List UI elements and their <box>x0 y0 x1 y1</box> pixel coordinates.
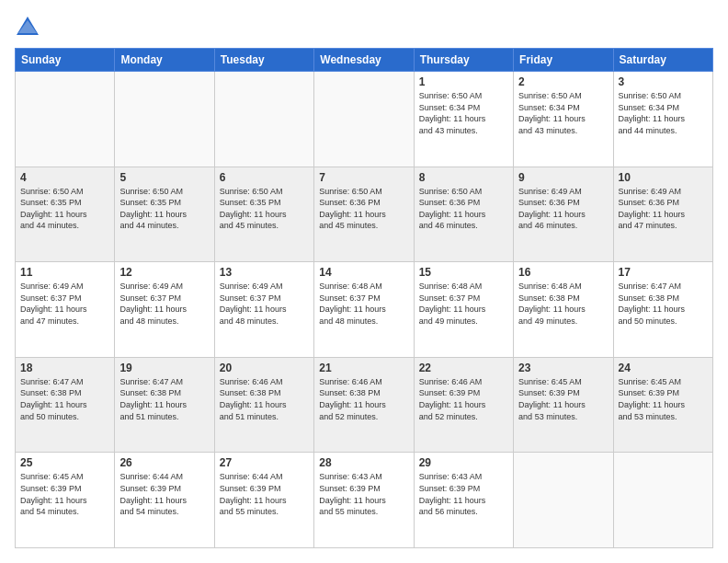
calendar-cell: 12Sunrise: 6:49 AM Sunset: 6:37 PM Dayli… <box>115 262 214 358</box>
day-number: 28 <box>319 456 408 469</box>
logo <box>15 15 44 40</box>
week-row-3: 18Sunrise: 6:47 AM Sunset: 6:38 PM Dayli… <box>16 357 713 453</box>
calendar-cell: 23Sunrise: 6:45 AM Sunset: 6:39 PM Dayli… <box>514 357 613 453</box>
day-number: 20 <box>220 362 309 374</box>
calendar-cell <box>514 453 613 548</box>
day-info: Sunrise: 6:48 AM Sunset: 6:38 PM Dayligh… <box>518 281 608 327</box>
day-header-tuesday: Tuesday <box>214 49 313 72</box>
calendar-cell: 20Sunrise: 6:46 AM Sunset: 6:38 PM Dayli… <box>214 357 313 453</box>
day-info: Sunrise: 6:50 AM Sunset: 6:35 PM Dayligh… <box>20 186 109 232</box>
logo-icon <box>15 15 40 40</box>
day-info: Sunrise: 6:49 AM Sunset: 6:37 PM Dayligh… <box>220 281 309 327</box>
day-number: 23 <box>518 362 608 374</box>
day-info: Sunrise: 6:44 AM Sunset: 6:39 PM Dayligh… <box>119 471 209 517</box>
calendar-cell: 14Sunrise: 6:48 AM Sunset: 6:37 PM Dayli… <box>314 262 414 358</box>
day-number: 13 <box>220 266 309 279</box>
day-number: 6 <box>220 171 309 184</box>
calendar-cell: 10Sunrise: 6:49 AM Sunset: 6:36 PM Dayli… <box>613 167 712 262</box>
calendar-cell: 5Sunrise: 6:50 AM Sunset: 6:35 PM Daylig… <box>115 167 214 262</box>
week-row-2: 11Sunrise: 6:49 AM Sunset: 6:37 PM Dayli… <box>16 262 713 358</box>
calendar-cell: 29Sunrise: 6:43 AM Sunset: 6:39 PM Dayli… <box>414 453 513 548</box>
day-info: Sunrise: 6:46 AM Sunset: 6:38 PM Dayligh… <box>319 376 408 422</box>
day-info: Sunrise: 6:47 AM Sunset: 6:38 PM Dayligh… <box>619 281 708 327</box>
day-info: Sunrise: 6:47 AM Sunset: 6:38 PM Dayligh… <box>119 376 209 422</box>
day-number: 17 <box>619 266 708 279</box>
calendar-cell: 19Sunrise: 6:47 AM Sunset: 6:38 PM Dayli… <box>115 357 214 453</box>
calendar-cell: 27Sunrise: 6:44 AM Sunset: 6:39 PM Dayli… <box>214 453 313 548</box>
calendar-cell: 8Sunrise: 6:50 AM Sunset: 6:36 PM Daylig… <box>414 167 513 262</box>
day-info: Sunrise: 6:43 AM Sunset: 6:39 PM Dayligh… <box>319 471 408 517</box>
calendar-cell <box>115 72 214 167</box>
calendar-cell: 7Sunrise: 6:50 AM Sunset: 6:36 PM Daylig… <box>314 167 414 262</box>
day-info: Sunrise: 6:50 AM Sunset: 6:36 PM Dayligh… <box>419 186 508 232</box>
day-number: 16 <box>518 266 608 279</box>
calendar-cell: 11Sunrise: 6:49 AM Sunset: 6:37 PM Dayli… <box>16 262 115 358</box>
week-row-0: 1Sunrise: 6:50 AM Sunset: 6:34 PM Daylig… <box>16 72 713 167</box>
day-number: 22 <box>419 362 508 374</box>
day-number: 10 <box>619 171 708 184</box>
day-info: Sunrise: 6:46 AM Sunset: 6:38 PM Dayligh… <box>220 376 309 422</box>
day-info: Sunrise: 6:50 AM Sunset: 6:34 PM Dayligh… <box>619 90 708 136</box>
day-info: Sunrise: 6:48 AM Sunset: 6:37 PM Dayligh… <box>319 281 408 327</box>
calendar-cell: 18Sunrise: 6:47 AM Sunset: 6:38 PM Dayli… <box>16 357 115 453</box>
calendar-cell: 4Sunrise: 6:50 AM Sunset: 6:35 PM Daylig… <box>16 167 115 262</box>
day-number: 7 <box>319 171 408 184</box>
calendar-cell: 6Sunrise: 6:50 AM Sunset: 6:35 PM Daylig… <box>214 167 313 262</box>
calendar-cell <box>16 72 115 167</box>
day-info: Sunrise: 6:50 AM Sunset: 6:34 PM Dayligh… <box>518 90 608 136</box>
day-number: 5 <box>119 171 209 184</box>
day-info: Sunrise: 6:49 AM Sunset: 6:36 PM Dayligh… <box>619 186 708 232</box>
day-info: Sunrise: 6:47 AM Sunset: 6:38 PM Dayligh… <box>20 376 109 422</box>
day-info: Sunrise: 6:49 AM Sunset: 6:37 PM Dayligh… <box>20 281 109 327</box>
day-number: 12 <box>119 266 209 279</box>
calendar-cell <box>214 72 313 167</box>
day-number: 26 <box>119 456 209 469</box>
day-info: Sunrise: 6:45 AM Sunset: 6:39 PM Dayligh… <box>518 376 608 422</box>
calendar-cell: 13Sunrise: 6:49 AM Sunset: 6:37 PM Dayli… <box>214 262 313 358</box>
day-number: 11 <box>20 266 109 279</box>
page: SundayMondayTuesdayWednesdayThursdayFrid… <box>0 0 728 563</box>
calendar-cell: 15Sunrise: 6:48 AM Sunset: 6:37 PM Dayli… <box>414 262 513 358</box>
day-header-saturday: Saturday <box>613 49 712 72</box>
day-number: 4 <box>20 171 109 184</box>
day-number: 15 <box>419 266 508 279</box>
day-number: 19 <box>119 362 209 374</box>
day-info: Sunrise: 6:49 AM Sunset: 6:36 PM Dayligh… <box>518 186 608 232</box>
day-info: Sunrise: 6:46 AM Sunset: 6:39 PM Dayligh… <box>419 376 508 422</box>
calendar-cell: 3Sunrise: 6:50 AM Sunset: 6:34 PM Daylig… <box>613 72 712 167</box>
calendar-cell: 26Sunrise: 6:44 AM Sunset: 6:39 PM Dayli… <box>115 453 214 548</box>
calendar-cell: 9Sunrise: 6:49 AM Sunset: 6:36 PM Daylig… <box>514 167 613 262</box>
calendar-cell: 2Sunrise: 6:50 AM Sunset: 6:34 PM Daylig… <box>514 72 613 167</box>
header-row: SundayMondayTuesdayWednesdayThursdayFrid… <box>16 49 713 72</box>
day-number: 18 <box>20 362 109 374</box>
svg-marker-1 <box>18 20 37 33</box>
day-header-wednesday: Wednesday <box>314 49 414 72</box>
calendar-cell: 22Sunrise: 6:46 AM Sunset: 6:39 PM Dayli… <box>414 357 513 453</box>
day-number: 27 <box>220 456 309 469</box>
day-info: Sunrise: 6:49 AM Sunset: 6:37 PM Dayligh… <box>119 281 209 327</box>
day-header-sunday: Sunday <box>16 49 115 72</box>
day-header-friday: Friday <box>514 49 613 72</box>
day-number: 1 <box>419 75 508 88</box>
day-number: 21 <box>319 362 408 374</box>
day-info: Sunrise: 6:50 AM Sunset: 6:34 PM Dayligh… <box>419 90 508 136</box>
day-header-monday: Monday <box>115 49 214 72</box>
calendar-cell: 21Sunrise: 6:46 AM Sunset: 6:38 PM Dayli… <box>314 357 414 453</box>
calendar-cell: 16Sunrise: 6:48 AM Sunset: 6:38 PM Dayli… <box>514 262 613 358</box>
week-row-1: 4Sunrise: 6:50 AM Sunset: 6:35 PM Daylig… <box>16 167 713 262</box>
day-info: Sunrise: 6:48 AM Sunset: 6:37 PM Dayligh… <box>419 281 508 327</box>
day-info: Sunrise: 6:50 AM Sunset: 6:36 PM Dayligh… <box>319 186 408 232</box>
calendar-cell: 24Sunrise: 6:45 AM Sunset: 6:39 PM Dayli… <box>613 357 712 453</box>
header <box>15 15 713 40</box>
calendar-cell: 25Sunrise: 6:45 AM Sunset: 6:39 PM Dayli… <box>16 453 115 548</box>
day-info: Sunrise: 6:45 AM Sunset: 6:39 PM Dayligh… <box>619 376 708 422</box>
day-number: 2 <box>518 75 608 88</box>
day-header-thursday: Thursday <box>414 49 513 72</box>
calendar-cell: 17Sunrise: 6:47 AM Sunset: 6:38 PM Dayli… <box>613 262 712 358</box>
week-row-4: 25Sunrise: 6:45 AM Sunset: 6:39 PM Dayli… <box>16 453 713 548</box>
calendar-cell <box>613 453 712 548</box>
calendar-cell <box>314 72 414 167</box>
day-info: Sunrise: 6:44 AM Sunset: 6:39 PM Dayligh… <box>220 471 309 517</box>
day-number: 3 <box>619 75 708 88</box>
calendar: SundayMondayTuesdayWednesdayThursdayFrid… <box>15 48 713 548</box>
